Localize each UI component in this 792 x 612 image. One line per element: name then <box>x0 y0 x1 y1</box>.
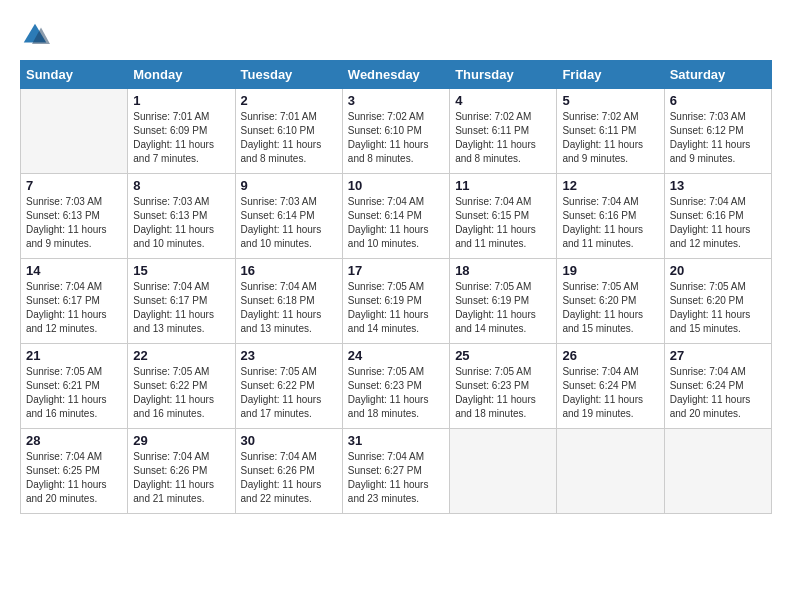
day-info: Sunrise: 7:05 AMSunset: 6:22 PMDaylight:… <box>133 365 229 421</box>
week-row-1: 1Sunrise: 7:01 AMSunset: 6:09 PMDaylight… <box>21 89 772 174</box>
day-info: Sunrise: 7:01 AMSunset: 6:09 PMDaylight:… <box>133 110 229 166</box>
calendar-header-row: SundayMondayTuesdayWednesdayThursdayFrid… <box>21 61 772 89</box>
day-info: Sunrise: 7:04 AMSunset: 6:18 PMDaylight:… <box>241 280 337 336</box>
day-info: Sunrise: 7:05 AMSunset: 6:23 PMDaylight:… <box>455 365 551 421</box>
day-cell: 27Sunrise: 7:04 AMSunset: 6:24 PMDayligh… <box>664 344 771 429</box>
day-info: Sunrise: 7:02 AMSunset: 6:10 PMDaylight:… <box>348 110 444 166</box>
day-number: 5 <box>562 93 658 108</box>
day-number: 6 <box>670 93 766 108</box>
day-number: 27 <box>670 348 766 363</box>
day-number: 2 <box>241 93 337 108</box>
day-number: 30 <box>241 433 337 448</box>
day-info: Sunrise: 7:02 AMSunset: 6:11 PMDaylight:… <box>562 110 658 166</box>
day-cell: 8Sunrise: 7:03 AMSunset: 6:13 PMDaylight… <box>128 174 235 259</box>
day-number: 17 <box>348 263 444 278</box>
day-cell: 11Sunrise: 7:04 AMSunset: 6:15 PMDayligh… <box>450 174 557 259</box>
day-cell: 17Sunrise: 7:05 AMSunset: 6:19 PMDayligh… <box>342 259 449 344</box>
day-cell: 1Sunrise: 7:01 AMSunset: 6:09 PMDaylight… <box>128 89 235 174</box>
day-number: 29 <box>133 433 229 448</box>
day-cell <box>21 89 128 174</box>
day-cell: 31Sunrise: 7:04 AMSunset: 6:27 PMDayligh… <box>342 429 449 514</box>
day-cell <box>450 429 557 514</box>
day-cell <box>557 429 664 514</box>
day-cell: 20Sunrise: 7:05 AMSunset: 6:20 PMDayligh… <box>664 259 771 344</box>
day-number: 24 <box>348 348 444 363</box>
day-cell: 13Sunrise: 7:04 AMSunset: 6:16 PMDayligh… <box>664 174 771 259</box>
day-number: 4 <box>455 93 551 108</box>
day-cell: 10Sunrise: 7:04 AMSunset: 6:14 PMDayligh… <box>342 174 449 259</box>
week-row-4: 21Sunrise: 7:05 AMSunset: 6:21 PMDayligh… <box>21 344 772 429</box>
day-info: Sunrise: 7:04 AMSunset: 6:14 PMDaylight:… <box>348 195 444 251</box>
day-cell: 25Sunrise: 7:05 AMSunset: 6:23 PMDayligh… <box>450 344 557 429</box>
day-info: Sunrise: 7:04 AMSunset: 6:27 PMDaylight:… <box>348 450 444 506</box>
day-number: 19 <box>562 263 658 278</box>
week-row-2: 7Sunrise: 7:03 AMSunset: 6:13 PMDaylight… <box>21 174 772 259</box>
day-info: Sunrise: 7:04 AMSunset: 6:26 PMDaylight:… <box>241 450 337 506</box>
day-info: Sunrise: 7:03 AMSunset: 6:12 PMDaylight:… <box>670 110 766 166</box>
day-number: 12 <box>562 178 658 193</box>
day-number: 13 <box>670 178 766 193</box>
day-number: 10 <box>348 178 444 193</box>
column-header-friday: Friday <box>557 61 664 89</box>
page-header <box>20 20 772 50</box>
day-info: Sunrise: 7:04 AMSunset: 6:17 PMDaylight:… <box>26 280 122 336</box>
day-cell: 19Sunrise: 7:05 AMSunset: 6:20 PMDayligh… <box>557 259 664 344</box>
calendar-table: SundayMondayTuesdayWednesdayThursdayFrid… <box>20 60 772 514</box>
day-info: Sunrise: 7:05 AMSunset: 6:19 PMDaylight:… <box>455 280 551 336</box>
day-number: 7 <box>26 178 122 193</box>
column-header-tuesday: Tuesday <box>235 61 342 89</box>
day-cell: 2Sunrise: 7:01 AMSunset: 6:10 PMDaylight… <box>235 89 342 174</box>
day-cell: 7Sunrise: 7:03 AMSunset: 6:13 PMDaylight… <box>21 174 128 259</box>
column-header-thursday: Thursday <box>450 61 557 89</box>
day-number: 3 <box>348 93 444 108</box>
day-cell: 5Sunrise: 7:02 AMSunset: 6:11 PMDaylight… <box>557 89 664 174</box>
day-info: Sunrise: 7:05 AMSunset: 6:22 PMDaylight:… <box>241 365 337 421</box>
day-cell: 26Sunrise: 7:04 AMSunset: 6:24 PMDayligh… <box>557 344 664 429</box>
day-info: Sunrise: 7:05 AMSunset: 6:23 PMDaylight:… <box>348 365 444 421</box>
day-number: 9 <box>241 178 337 193</box>
day-info: Sunrise: 7:04 AMSunset: 6:15 PMDaylight:… <box>455 195 551 251</box>
column-header-monday: Monday <box>128 61 235 89</box>
day-number: 20 <box>670 263 766 278</box>
day-info: Sunrise: 7:05 AMSunset: 6:20 PMDaylight:… <box>562 280 658 336</box>
day-cell: 3Sunrise: 7:02 AMSunset: 6:10 PMDaylight… <box>342 89 449 174</box>
day-cell: 16Sunrise: 7:04 AMSunset: 6:18 PMDayligh… <box>235 259 342 344</box>
day-cell: 21Sunrise: 7:05 AMSunset: 6:21 PMDayligh… <box>21 344 128 429</box>
day-info: Sunrise: 7:04 AMSunset: 6:24 PMDaylight:… <box>670 365 766 421</box>
day-cell: 14Sunrise: 7:04 AMSunset: 6:17 PMDayligh… <box>21 259 128 344</box>
day-number: 31 <box>348 433 444 448</box>
day-number: 22 <box>133 348 229 363</box>
day-cell: 23Sunrise: 7:05 AMSunset: 6:22 PMDayligh… <box>235 344 342 429</box>
day-cell: 24Sunrise: 7:05 AMSunset: 6:23 PMDayligh… <box>342 344 449 429</box>
day-number: 25 <box>455 348 551 363</box>
day-cell: 6Sunrise: 7:03 AMSunset: 6:12 PMDaylight… <box>664 89 771 174</box>
day-info: Sunrise: 7:04 AMSunset: 6:25 PMDaylight:… <box>26 450 122 506</box>
day-number: 8 <box>133 178 229 193</box>
day-info: Sunrise: 7:05 AMSunset: 6:21 PMDaylight:… <box>26 365 122 421</box>
day-number: 23 <box>241 348 337 363</box>
day-info: Sunrise: 7:04 AMSunset: 6:16 PMDaylight:… <box>670 195 766 251</box>
logo-icon <box>20 20 50 50</box>
day-cell: 12Sunrise: 7:04 AMSunset: 6:16 PMDayligh… <box>557 174 664 259</box>
day-info: Sunrise: 7:05 AMSunset: 6:20 PMDaylight:… <box>670 280 766 336</box>
day-number: 15 <box>133 263 229 278</box>
day-info: Sunrise: 7:03 AMSunset: 6:13 PMDaylight:… <box>133 195 229 251</box>
day-info: Sunrise: 7:03 AMSunset: 6:13 PMDaylight:… <box>26 195 122 251</box>
day-info: Sunrise: 7:04 AMSunset: 6:16 PMDaylight:… <box>562 195 658 251</box>
day-cell: 30Sunrise: 7:04 AMSunset: 6:26 PMDayligh… <box>235 429 342 514</box>
day-info: Sunrise: 7:05 AMSunset: 6:19 PMDaylight:… <box>348 280 444 336</box>
day-cell: 4Sunrise: 7:02 AMSunset: 6:11 PMDaylight… <box>450 89 557 174</box>
column-header-saturday: Saturday <box>664 61 771 89</box>
day-number: 14 <box>26 263 122 278</box>
day-info: Sunrise: 7:04 AMSunset: 6:26 PMDaylight:… <box>133 450 229 506</box>
day-cell: 28Sunrise: 7:04 AMSunset: 6:25 PMDayligh… <box>21 429 128 514</box>
day-cell: 9Sunrise: 7:03 AMSunset: 6:14 PMDaylight… <box>235 174 342 259</box>
logo <box>20 20 54 50</box>
day-number: 16 <box>241 263 337 278</box>
day-info: Sunrise: 7:04 AMSunset: 6:24 PMDaylight:… <box>562 365 658 421</box>
week-row-5: 28Sunrise: 7:04 AMSunset: 6:25 PMDayligh… <box>21 429 772 514</box>
day-cell: 15Sunrise: 7:04 AMSunset: 6:17 PMDayligh… <box>128 259 235 344</box>
day-cell: 29Sunrise: 7:04 AMSunset: 6:26 PMDayligh… <box>128 429 235 514</box>
column-header-sunday: Sunday <box>21 61 128 89</box>
day-cell <box>664 429 771 514</box>
